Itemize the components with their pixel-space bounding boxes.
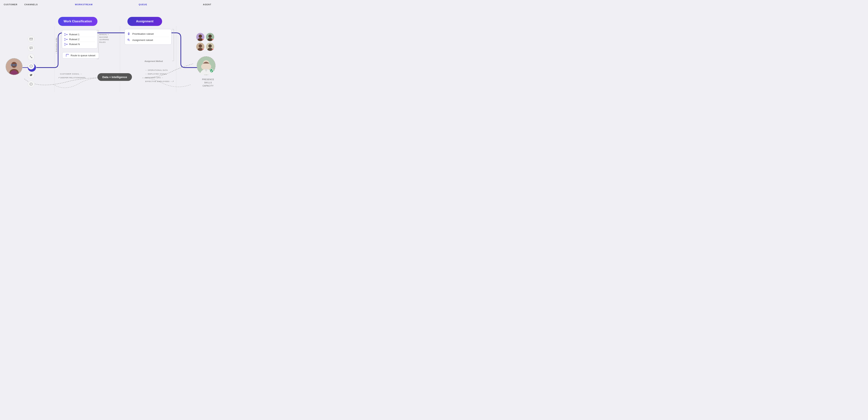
messenger-channel-icon[interactable] — [28, 81, 34, 87]
svg-point-40 — [198, 44, 202, 48]
svg-line-8 — [65, 34, 67, 35]
efficient-ops-label: EFFICIENT OPS → — [145, 77, 163, 79]
prioritisation-ruleset[interactable]: Prioritisation ruleset — [127, 31, 169, 37]
main-agent-avatar — [197, 56, 216, 75]
svg-line-18 — [65, 44, 67, 45]
channel-icons-list — [28, 36, 34, 87]
agent-attributes-labels: PRESENCE SKILLS CAPACITY — [202, 78, 214, 87]
assignment-method-label: Assignment Method — [137, 60, 170, 62]
route-to-queue-label: Route to queue ruleset — [71, 54, 95, 57]
queue-methods-container: Prioritisation ruleset Assignment rulese… — [125, 29, 172, 45]
queue-bracket — [172, 29, 174, 61]
agent-1-status — [202, 39, 204, 41]
customer-avatar — [6, 58, 23, 75]
svg-point-5 — [64, 35, 65, 36]
rulesets-container: Ruleset 1 Ruleset 2 Ruleset N — [62, 30, 97, 49]
sms-channel-icon[interactable] — [28, 45, 34, 51]
ruleset-item-2[interactable]: Ruleset 2 — [64, 37, 95, 42]
assignment-pill[interactable]: Assignment — [127, 17, 162, 26]
data-intelligence-pill[interactable]: Data + Intelligence — [97, 73, 132, 81]
svg-line-7 — [65, 34, 67, 34]
svg-point-9 — [64, 38, 65, 39]
svg-point-16 — [67, 44, 67, 45]
widget-channel-icon[interactable] — [28, 63, 34, 69]
work-classification-pill[interactable]: Work Classification — [58, 17, 97, 26]
svg-point-14 — [64, 43, 65, 44]
header-customer: CUSTOMER — [4, 3, 18, 6]
email-channel-icon[interactable] — [28, 36, 34, 43]
svg-point-4 — [64, 33, 65, 34]
svg-marker-31 — [30, 65, 32, 67]
agent-avatar-2 — [206, 33, 214, 41]
svg-line-12 — [65, 38, 67, 39]
header-channels: CHANNELS — [24, 3, 38, 6]
agent-4-status — [212, 49, 214, 51]
customer-signal-label: CUSTOMER SIGNAL → — [60, 73, 82, 75]
svg-point-20 — [128, 39, 129, 40]
agent-3-status — [202, 49, 204, 51]
twitter-channel-icon[interactable] — [28, 72, 34, 79]
svg-point-34 — [198, 34, 202, 38]
phone-channel-icon[interactable] — [28, 54, 34, 60]
operational-data-label: ← OPERATIONAL DATA — [145, 69, 168, 71]
svg-rect-28 — [30, 47, 33, 49]
svg-point-10 — [64, 40, 65, 40]
effective-employees-label: EFFECTIVE EMPLOYEES →↗ — [145, 80, 174, 82]
header-workstream: WORKSTREAM — [75, 3, 93, 6]
execution-order-label: ↓ Execution order — [55, 37, 57, 54]
employee-signal-label: ← EMPLOYEE SIGNAL — [145, 73, 167, 75]
agent-avatar-3 — [196, 43, 205, 51]
svg-point-15 — [64, 45, 65, 46]
svg-point-43 — [208, 44, 212, 48]
svg-point-6 — [67, 34, 67, 35]
agent-avatar-4 — [206, 43, 214, 51]
ruleset-item-1[interactable]: Ruleset 1 — [64, 32, 95, 37]
header-agent: AGENT — [203, 3, 211, 6]
svg-line-17 — [65, 44, 67, 44]
svg-point-11 — [67, 39, 67, 40]
agent-avatar-1 — [196, 33, 205, 41]
ruleset-item-n[interactable]: Ruleset N — [64, 42, 95, 47]
svg-line-13 — [65, 39, 67, 40]
agent-2-status — [212, 39, 214, 41]
agent-avatars-grid — [196, 33, 214, 51]
svg-point-37 — [208, 34, 212, 38]
assignment-ruleset[interactable]: Assignment ruleset — [127, 37, 169, 43]
ml-rules-label: MANUAL + MACHINE LEARNING RULES — [99, 33, 109, 44]
deeper-relationships-label: ↗ DEEPER RELATIONSHIPS — [58, 77, 86, 79]
route-to-queue-box[interactable]: Route to queue ruleset — [62, 52, 99, 59]
header-queue: QUEUE — [139, 3, 147, 6]
